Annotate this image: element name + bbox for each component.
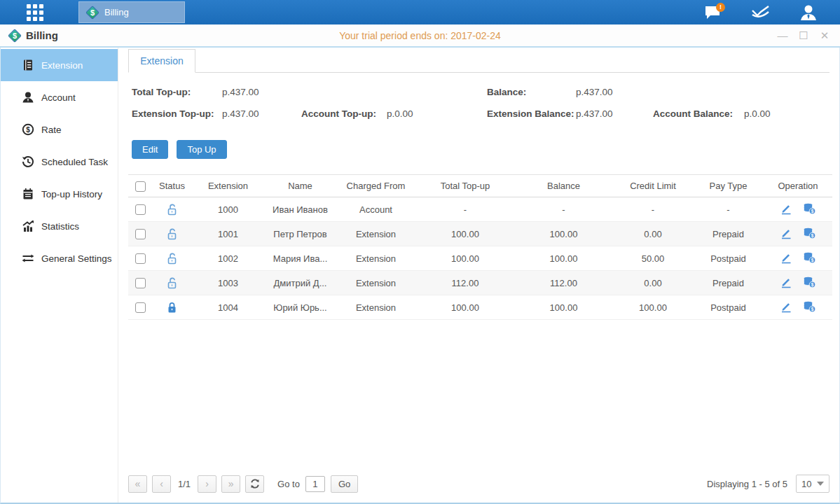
sidebar-item-label: Extension bbox=[41, 60, 83, 71]
col-balance: Balance bbox=[514, 175, 613, 197]
line-chart-icon bbox=[751, 4, 771, 21]
row-edit-button[interactable] bbox=[780, 202, 792, 217]
minimize-button[interactable]: — bbox=[777, 29, 788, 42]
name-cell: Мария Ива... bbox=[265, 246, 336, 271]
row-checkbox[interactable] bbox=[135, 229, 146, 239]
table-body: 1000Иван ИвановAccount----$1001Петр Петр… bbox=[128, 197, 832, 320]
tab-extension[interactable]: Extension bbox=[128, 49, 195, 73]
credit-limit-cell: 0.00 bbox=[613, 222, 693, 246]
apps-grid-icon bbox=[27, 4, 43, 21]
window-title: $ Billing bbox=[8, 29, 58, 42]
top-app-bar: $ Billing ! bbox=[0, 0, 840, 24]
sidebar-item-label: Scheduled Task bbox=[41, 157, 108, 167]
svg-text:$: $ bbox=[26, 126, 30, 134]
pay-type-cell: Postpaid bbox=[693, 295, 764, 320]
row-checkbox[interactable] bbox=[135, 302, 146, 313]
close-button[interactable]: ✕ bbox=[819, 29, 830, 42]
sidebar-item-topup-history[interactable]: Top-up History bbox=[1, 178, 118, 210]
total-topup-cell: 100.00 bbox=[416, 222, 514, 246]
row-checkbox[interactable] bbox=[135, 204, 146, 215]
sidebar-item-account[interactable]: Account bbox=[1, 81, 118, 113]
tab-bar: Extension bbox=[128, 49, 829, 73]
goto-label: Go to bbox=[277, 479, 300, 489]
name-cell: Петр Петров bbox=[265, 222, 336, 246]
svg-text:$: $ bbox=[811, 209, 814, 214]
sidebar-item-scheduled-task[interactable]: Scheduled Task bbox=[1, 146, 118, 178]
rate-icon: $ bbox=[22, 123, 34, 136]
pay-type-cell: Postpaid bbox=[693, 246, 764, 271]
sidebar-item-label: Statistics bbox=[41, 221, 79, 232]
row-topup-button[interactable]: $ bbox=[802, 251, 816, 266]
topup-button[interactable]: Top Up bbox=[177, 140, 226, 159]
select-all-checkbox[interactable] bbox=[135, 181, 146, 192]
svg-text:$: $ bbox=[811, 233, 814, 239]
extension-cell: 1003 bbox=[191, 271, 265, 295]
status-unlocked bbox=[153, 246, 191, 271]
trial-notice: Your trial period ends on: 2017-02-24 bbox=[0, 30, 840, 41]
col-operation: Operation bbox=[764, 175, 832, 197]
total-topup-cell: - bbox=[416, 197, 514, 222]
sidebar-item-label: Rate bbox=[41, 125, 62, 135]
page-size-select[interactable]: 10 bbox=[796, 475, 829, 493]
user-account-button[interactable] bbox=[798, 2, 819, 23]
reports-button[interactable] bbox=[750, 2, 771, 23]
extension-balance-label: Extension Balance: bbox=[487, 108, 574, 119]
sidebar-item-statistics[interactable]: Statistics bbox=[1, 210, 118, 242]
total-topup-value: p.437.00 bbox=[222, 87, 259, 97]
prev-page-button[interactable]: ‹ bbox=[152, 475, 171, 493]
sidebar: Extension Account $ Rate Scheduled Task bbox=[1, 48, 118, 503]
account-topup-label: Account Top-up: bbox=[301, 108, 376, 119]
pay-type-cell: Prepaid bbox=[693, 222, 764, 246]
window-title-label: Billing bbox=[26, 29, 58, 41]
balance-cell: 100.00 bbox=[514, 295, 613, 320]
row-edit-button[interactable] bbox=[780, 227, 792, 241]
billing-app-tab[interactable]: $ Billing bbox=[78, 1, 185, 23]
row-edit-button[interactable] bbox=[780, 276, 792, 290]
col-credit-limit: Credit Limit bbox=[613, 175, 693, 197]
edit-icon bbox=[780, 300, 792, 313]
svg-text:$: $ bbox=[811, 282, 814, 288]
row-topup-button[interactable]: $ bbox=[802, 276, 816, 290]
col-charged-from: Charged From bbox=[336, 175, 416, 197]
apps-grid-button[interactable] bbox=[14, 0, 56, 24]
billing-dollar-icon: $ bbox=[86, 6, 99, 19]
next-page-button[interactable]: › bbox=[198, 475, 216, 493]
name-cell: Дмитрий Д... bbox=[265, 271, 336, 295]
topup-coins-icon: $ bbox=[802, 202, 816, 215]
row-checkbox[interactable] bbox=[135, 253, 146, 264]
status-locked bbox=[153, 295, 191, 320]
sidebar-item-general-settings[interactable]: General Settings bbox=[1, 242, 118, 274]
row-edit-button[interactable] bbox=[780, 251, 792, 266]
charged-from-cell: Extension bbox=[336, 295, 416, 320]
edit-icon bbox=[780, 227, 792, 239]
row-topup-button[interactable]: $ bbox=[802, 227, 816, 241]
row-checkbox[interactable] bbox=[135, 278, 146, 288]
sidebar-item-rate[interactable]: $ Rate bbox=[1, 113, 118, 146]
first-page-button[interactable]: « bbox=[128, 475, 147, 493]
general-settings-icon bbox=[22, 252, 34, 265]
table-row: 1002Мария Ива...Extension100.00100.0050.… bbox=[128, 246, 832, 271]
goto-page-input[interactable] bbox=[305, 476, 325, 492]
col-extension: Extension bbox=[191, 175, 265, 197]
scheduled-task-icon bbox=[22, 155, 34, 168]
balance-cell: 112.00 bbox=[514, 271, 613, 295]
go-button[interactable]: Go bbox=[331, 475, 358, 493]
billing-summary: Total Top-up: p.437.00 Balance: p.437.00… bbox=[128, 73, 829, 137]
edit-icon bbox=[780, 276, 792, 288]
messages-button[interactable]: ! bbox=[703, 2, 724, 23]
refresh-button[interactable] bbox=[245, 475, 264, 493]
balance-cell: 100.00 bbox=[514, 222, 613, 246]
pagination-bar: « ‹ 1/1 › » Go to Go Displaying 1 - 5 of… bbox=[128, 472, 829, 503]
pay-type-cell: Prepaid bbox=[693, 271, 764, 295]
edit-button[interactable]: Edit bbox=[132, 140, 168, 159]
row-topup-button[interactable]: $ bbox=[802, 202, 816, 217]
extension-cell: 1000 bbox=[191, 197, 265, 222]
edit-icon bbox=[780, 202, 792, 215]
row-topup-button[interactable]: $ bbox=[802, 300, 816, 315]
balance-label: Balance: bbox=[487, 87, 526, 97]
last-page-button[interactable]: » bbox=[221, 475, 240, 493]
window-title-bar: $ Billing Your trial period ends on: 201… bbox=[0, 24, 840, 48]
sidebar-item-extension[interactable]: Extension bbox=[1, 49, 118, 81]
row-edit-button[interactable] bbox=[780, 300, 792, 315]
maximize-button[interactable]: ☐ bbox=[798, 29, 809, 42]
